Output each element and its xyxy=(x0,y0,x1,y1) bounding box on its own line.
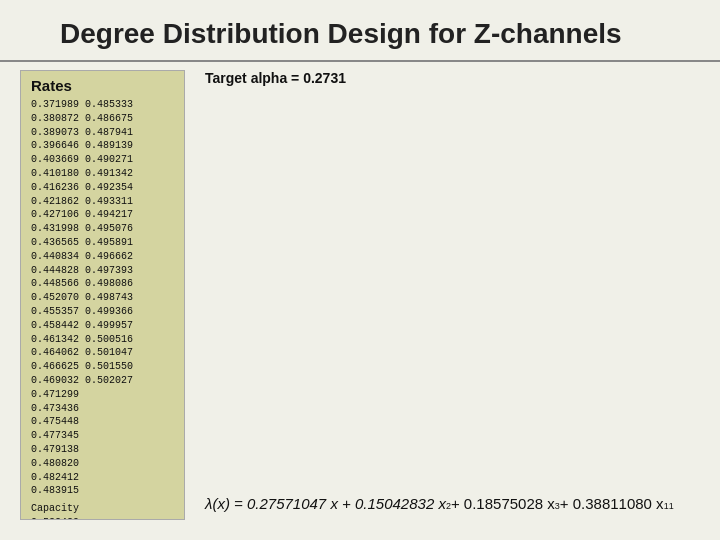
rate-value: 0.495891 xyxy=(85,236,133,250)
rate-value: 0.489139 xyxy=(85,139,133,153)
rate-value: 0.471299 xyxy=(31,388,79,402)
main-area: Target alpha = 0.2731 λ(x) = 0.27571047 … xyxy=(195,62,720,532)
rate-value: 0.498743 xyxy=(85,291,133,305)
rate-value: 0.497393 xyxy=(85,264,133,278)
rate-value: 0.416236 xyxy=(31,181,79,195)
rate-value: 0.496662 xyxy=(85,250,133,264)
rate-value: 0.477345 xyxy=(31,429,79,443)
rates-col-2: 0.4853330.4866750.4879410.4891390.490271… xyxy=(85,98,133,498)
page-title: Degree Distribution Design for Z-channel… xyxy=(0,0,720,62)
rate-value: 0.389073 xyxy=(31,126,79,140)
rate-value: 0.475448 xyxy=(31,415,79,429)
rate-value: 0.498086 xyxy=(85,277,133,291)
target-alpha: Target alpha = 0.2731 xyxy=(205,70,700,86)
rates-col-1: 0.3719890.3808720.3890730.3966460.403669… xyxy=(31,98,79,498)
rate-value: 0.487941 xyxy=(85,126,133,140)
rate-value: 0.461342 xyxy=(31,333,79,347)
formula-area: λ(x) = 0.27571047 x + 0.15042832 x2 + 0.… xyxy=(205,495,710,512)
formula-sup3: 11 xyxy=(664,501,674,511)
rate-value: 0.464062 xyxy=(31,346,79,360)
rate-value: 0.436565 xyxy=(31,236,79,250)
rate-value: 0.493311 xyxy=(85,195,133,209)
rate-value: 0.380872 xyxy=(31,112,79,126)
rate-value: 0.410180 xyxy=(31,167,79,181)
rate-value: 0.499366 xyxy=(85,305,133,319)
rate-value: 0.473436 xyxy=(31,402,79,416)
rate-value: 0.485333 xyxy=(85,98,133,112)
rates-panel: Rates 0.3719890.3808720.3890730.3966460.… xyxy=(20,70,185,520)
formula-lambda: λ(x) = 0.27571047 x + 0.15042832 x xyxy=(205,495,446,512)
rate-value: 0.479138 xyxy=(31,443,79,457)
rate-value: 0.403669 xyxy=(31,153,79,167)
rate-value: 0.483915 xyxy=(31,484,79,498)
rates-title: Rates xyxy=(31,77,174,94)
rate-value: 0.490271 xyxy=(85,153,133,167)
rate-value: 0.501047 xyxy=(85,346,133,360)
rate-value: 0.448566 xyxy=(31,277,79,291)
rate-value: 0.427106 xyxy=(31,208,79,222)
rate-value: 0.452070 xyxy=(31,291,79,305)
rate-value: 0.480820 xyxy=(31,457,79,471)
rate-value: 0.444828 xyxy=(31,264,79,278)
rate-value: 0.495076 xyxy=(85,222,133,236)
formula-text: λ(x) = 0.27571047 x + 0.15042832 x2 + 0.… xyxy=(205,495,710,512)
rate-value: 0.500516 xyxy=(85,333,133,347)
rate-value: 0.492354 xyxy=(85,181,133,195)
rate-value: 0.502027 xyxy=(85,374,133,388)
rate-value: 0.458442 xyxy=(31,319,79,333)
rate-value: 0.396646 xyxy=(31,139,79,153)
rate-value: 0.440834 xyxy=(31,250,79,264)
rate-value: 0.491342 xyxy=(85,167,133,181)
rate-value: 0.486675 xyxy=(85,112,133,126)
formula-part2: + 0.18575028 x xyxy=(451,495,555,512)
rate-value: 0.431998 xyxy=(31,222,79,236)
formula-part3: + 0.38811080 x xyxy=(560,495,664,512)
rate-value: 0.371989 xyxy=(31,98,79,112)
rate-value: 0.421862 xyxy=(31,195,79,209)
rate-value: 0.501550 xyxy=(85,360,133,374)
rate-value: 0.455357 xyxy=(31,305,79,319)
rate-value: 0.494217 xyxy=(85,208,133,222)
capacity-label: Capacity 0.532439 xyxy=(31,502,174,520)
rate-value: 0.482412 xyxy=(31,471,79,485)
rate-value: 0.499957 xyxy=(85,319,133,333)
rate-value: 0.469032 xyxy=(31,374,79,388)
rate-value: 0.466625 xyxy=(31,360,79,374)
